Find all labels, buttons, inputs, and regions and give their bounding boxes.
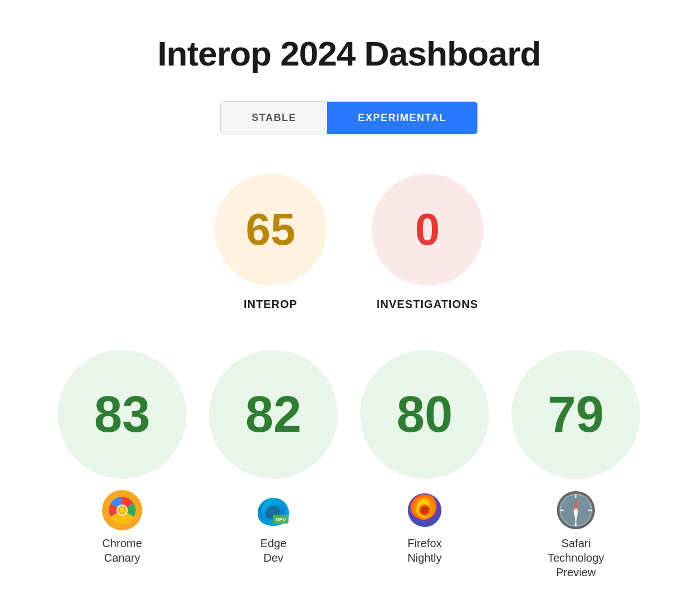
browser-item-safari-tp: 79 [511,350,640,580]
svg-point-5 [119,507,125,513]
firefox-nightly-score: 80 [397,389,453,440]
interop-score-value: 65 [246,207,296,252]
svg-point-17 [574,508,578,512]
svg-point-11 [421,507,428,514]
edge-dev-score: 82 [245,389,301,440]
browser-item-firefox-nightly: 80 [360,350,489,565]
edge-dev-icon-label: DEV EdgeDev [253,490,294,565]
edge-dev-icon: DEV [253,490,294,530]
svg-text:DEV: DEV [276,517,286,522]
safari-tp-circle: 79 [511,350,640,479]
browser-item-edge-dev: 82 [209,350,338,565]
interop-score-item: 65 INTEROP [215,174,327,311]
chrome-canary-circle: 83 [58,350,187,479]
chrome-canary-icon [102,490,142,530]
safari-tp-icon [556,490,596,530]
interop-circle: 65 [215,174,327,286]
safari-tp-icon-label: SafariTechnologyPreview [547,490,604,580]
edge-dev-name: EdgeDev [260,536,287,565]
safari-tp-name: SafariTechnologyPreview [547,536,604,580]
investigations-circle: 0 [371,174,483,286]
tab-experimental[interactable]: EXPERIMENTAL [327,102,477,134]
investigations-score-value: 0 [415,207,440,252]
chrome-canary-score: 83 [94,389,150,440]
tab-switcher: STABLE EXPERIMENTAL [220,101,477,134]
edge-dev-circle: 82 [209,350,338,479]
tab-stable[interactable]: STABLE [221,102,327,134]
interop-label: INTEROP [244,298,297,311]
page-title: Interop 2024 Dashboard [157,34,541,73]
firefox-nightly-icon [404,490,445,530]
investigations-score-item: 0 INVESTIGATIONS [371,174,483,311]
firefox-nightly-name: FirefoxNightly [407,536,441,565]
chrome-canary-name: ChromeCanary [102,536,142,565]
browser-scores: 83 ChromeCanary [58,350,640,580]
browser-item-chrome-canary: 83 ChromeCanary [58,350,187,565]
page-container: Interop 2024 Dashboard STABLE EXPERIMENT… [0,0,698,616]
chrome-canary-icon-label: ChromeCanary [102,490,142,565]
firefox-nightly-icon-label: FirefoxNightly [404,490,445,565]
safari-tp-score: 79 [548,389,604,440]
firefox-nightly-circle: 80 [360,350,489,479]
investigations-label: INVESTIGATIONS [376,298,478,311]
top-scores: 65 INTEROP 0 INVESTIGATIONS [215,174,483,311]
